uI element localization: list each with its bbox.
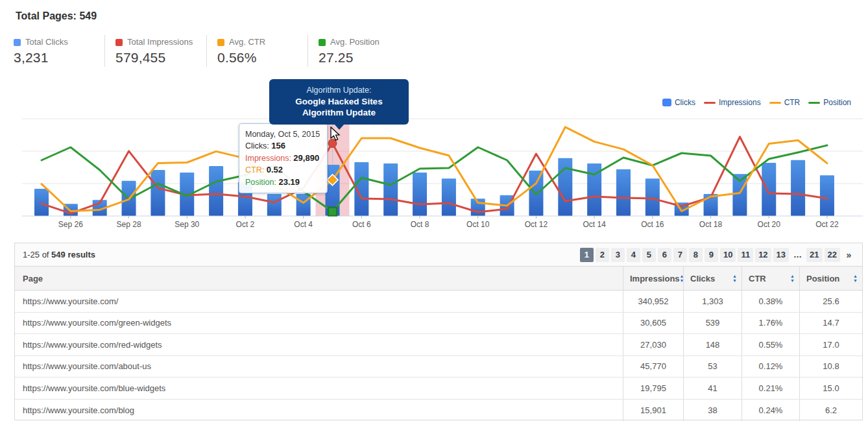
- page-button-7[interactable]: 7: [673, 248, 687, 262]
- position-swatch-icon: [808, 102, 820, 104]
- legend-label: Impressions: [719, 98, 761, 107]
- tooltip-value: 0.52: [267, 165, 283, 174]
- clicks-cell: 38: [683, 400, 741, 421]
- x-tick-label: Oct 18: [699, 220, 723, 229]
- stat-total-impressions: Total Impressions 579,455: [104, 35, 206, 67]
- page-button-2[interactable]: 2: [596, 248, 609, 262]
- stat-label: Total Impressions: [127, 36, 193, 48]
- ctr-cell: 0.38%: [741, 291, 799, 312]
- table-row: https://www.yoursite.com/red-widgets 27,…: [15, 334, 862, 356]
- legend-item-clicks[interactable]: Clicks: [662, 98, 695, 107]
- clicks-cell: 41: [683, 378, 741, 399]
- position-cell: 25.6: [799, 291, 862, 312]
- page-button-12[interactable]: 12: [755, 248, 771, 262]
- x-tick-label: Sep 30: [175, 220, 199, 229]
- clicks-bar: [442, 178, 456, 216]
- results-bar: 1-25 of 549 results 1 2 3 4 5 6 7 8 9 10…: [15, 243, 862, 267]
- tooltip-value: 156: [271, 141, 285, 150]
- sort-icon[interactable]: ▲▼: [853, 274, 858, 283]
- clicks-cell: 539: [683, 313, 741, 334]
- clicks-cell: 53: [683, 356, 741, 378]
- clicks-bar: [820, 175, 834, 216]
- tooltip-value: 29,890: [293, 153, 319, 163]
- page-button-3[interactable]: 3: [611, 248, 625, 262]
- table-row: https://www.yoursite.com/blue-widgets 19…: [15, 378, 862, 400]
- datapoint-tooltip: Monday, Oct 5, 2015 Clicks: 156 Impressi…: [239, 123, 328, 193]
- column-header-position[interactable]: Position▲▼: [799, 267, 862, 290]
- legend-label: Position: [823, 98, 851, 107]
- column-header-ctr[interactable]: CTR▲▼: [741, 267, 799, 290]
- sort-icon[interactable]: ▲▼: [732, 274, 737, 283]
- stat-total-clicks: Total Clicks 3,231: [14, 35, 104, 67]
- legend-item-impressions[interactable]: Impressions: [704, 98, 761, 107]
- clicks-bar: [791, 160, 805, 216]
- impressions-color-swatch: [115, 39, 123, 46]
- x-tick-label: Oct 12: [525, 220, 548, 229]
- position-cell: 6.2: [799, 400, 862, 421]
- x-tick-label: Oct 10: [466, 220, 490, 229]
- x-tick-label: Oct 14: [583, 220, 606, 229]
- position-cell: 15.0: [799, 378, 862, 399]
- page-button-13[interactable]: 13: [773, 248, 789, 262]
- column-header-clicks[interactable]: Clicks▲▼: [683, 267, 741, 290]
- impressions-swatch-icon: [704, 102, 716, 104]
- impressions-cell: 30,605: [623, 313, 683, 334]
- x-tick-label: Oct 20: [758, 220, 781, 229]
- stat-avg-position: Avg. Position 27.25: [307, 35, 424, 67]
- stat-value: 27.25: [319, 50, 424, 66]
- tooltip-label: Position:: [245, 178, 276, 187]
- pages-table: 1-25 of 549 results 1 2 3 4 5 6 7 8 9 10…: [14, 243, 863, 420]
- page-button-8[interactable]: 8: [689, 248, 703, 262]
- clicks-bar: [209, 166, 223, 216]
- legend-label: CTR: [784, 98, 801, 107]
- x-tick-label: Oct 2: [236, 220, 255, 229]
- column-header-impressions[interactable]: Impressions▲▼: [623, 267, 683, 290]
- stat-avg-ctr: Avg. CTR 0.56%: [206, 35, 307, 67]
- page-button-4[interactable]: 4: [627, 248, 640, 262]
- page-button-21[interactable]: 21: [806, 248, 822, 262]
- clicks-bar: [645, 178, 660, 216]
- tooltip-row-clicks: Clicks: 156: [245, 140, 321, 152]
- tooltip-row-position: Position: 23.19: [245, 176, 321, 188]
- tooltip-label: Impressions:: [245, 154, 291, 163]
- x-tick-label: Sep 26: [58, 220, 83, 229]
- page-button-9[interactable]: 9: [705, 248, 718, 262]
- impressions-cell: 27,030: [623, 334, 683, 355]
- sort-icon[interactable]: ▲▼: [790, 274, 795, 283]
- impressions-cell: 45,770: [623, 356, 683, 378]
- page-url-link[interactable]: https://www.yoursite.com/blog: [23, 405, 134, 415]
- page-url-link[interactable]: https://www.yoursite.com/green-widgets: [23, 318, 171, 328]
- page-button-22[interactable]: 22: [825, 248, 840, 262]
- table-header-row: Page Impressions▲▼ Clicks▲▼ CTR▲▼ Positi…: [15, 267, 862, 291]
- x-tick-label: Oct 22: [815, 220, 839, 229]
- impressions-cell: 15,901: [623, 400, 683, 421]
- seo-dashboard: Total Pages: 549 Total Clicks 3,231 Tota…: [0, 0, 868, 421]
- legend-item-position[interactable]: Position: [808, 98, 851, 107]
- page-button-11[interactable]: 11: [738, 248, 753, 262]
- ctr-cell: 1.76%: [741, 313, 799, 334]
- column-header-page[interactable]: Page: [15, 267, 623, 290]
- ctr-cell: 0.12%: [741, 356, 799, 378]
- clicks-color-swatch: [14, 39, 21, 46]
- page-button-5[interactable]: 5: [642, 248, 656, 262]
- pagination-next-icon[interactable]: »: [842, 248, 856, 262]
- page-url-link[interactable]: https://www.yoursite.com/red-widgets: [23, 340, 162, 350]
- page-button-1[interactable]: 1: [580, 248, 594, 262]
- page-url-link[interactable]: https://www.yoursite.com/: [23, 296, 118, 306]
- position-color-swatch: [319, 39, 326, 46]
- impressions-cell: 340,952: [623, 291, 683, 312]
- x-tick-label: Sep 28: [117, 220, 141, 229]
- ctr-swatch-icon: [769, 102, 781, 104]
- clicks-swatch-icon: [662, 99, 671, 106]
- clicks-bar: [383, 163, 398, 216]
- stat-value: 3,231: [14, 50, 104, 66]
- clicks-cell: 148: [683, 334, 741, 355]
- page-url-link[interactable]: https://www.yoursite.com/blue-widgets: [23, 383, 165, 393]
- performance-chart[interactable]: Sep 26Sep 28Sep 30Oct 2Oct 4Oct 6Oct 8Oc…: [0, 91, 868, 239]
- legend-item-ctr[interactable]: CTR: [769, 98, 801, 107]
- page-url-link[interactable]: https://www.yoursite.com/about-us: [23, 361, 151, 371]
- clicks-bar: [267, 194, 282, 216]
- mouse-cursor-icon: [330, 126, 343, 142]
- page-button-6[interactable]: 6: [658, 248, 671, 262]
- page-button-10[interactable]: 10: [720, 248, 736, 262]
